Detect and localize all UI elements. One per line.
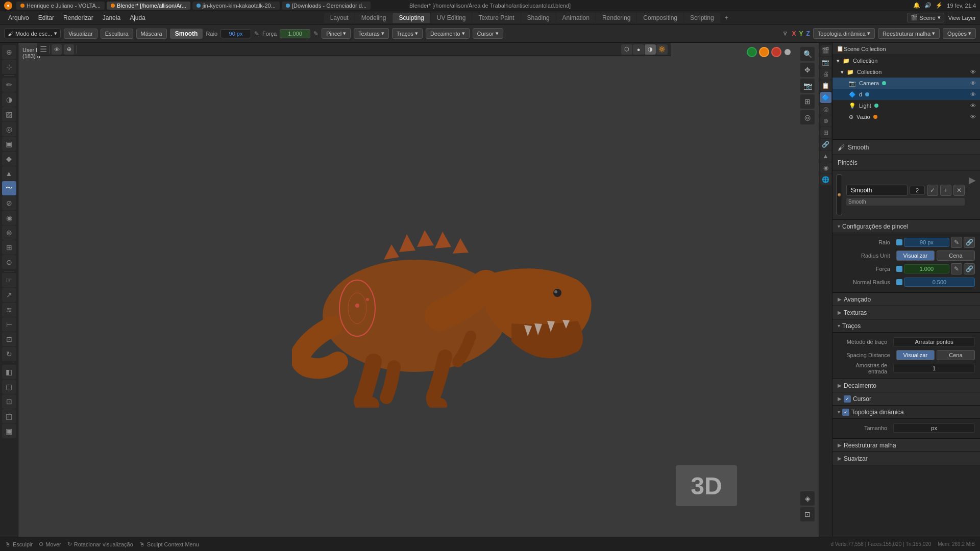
topologia-header[interactable]: ▾ ✓ Topologia dinâmica xyxy=(832,406,980,419)
mascara-btn[interactable]: Máscara xyxy=(136,29,167,39)
tool-box-mask[interactable]: ▢ xyxy=(2,380,16,394)
tab-rendering[interactable]: Rendering xyxy=(596,13,636,23)
tool-grab[interactable]: ☞ xyxy=(2,273,16,287)
cursor-checkbox[interactable]: ✓ xyxy=(844,395,851,403)
tab-texture-paint[interactable]: Texture Paint xyxy=(472,13,520,23)
tab-uv-editing[interactable]: UV Editing xyxy=(431,13,472,23)
tab-compositing[interactable]: Compositing xyxy=(637,13,683,23)
add-workspace-tab[interactable]: + xyxy=(721,13,732,23)
taskbar-item-3[interactable]: [Downloads - Gerenciador d... xyxy=(282,2,371,10)
visibility-light[interactable]: 👁 xyxy=(970,103,976,109)
zoom-in-btn[interactable]: 🔍 xyxy=(800,47,815,61)
material-icon-btn[interactable]: ◉ xyxy=(820,162,831,173)
menu-arquivo[interactable]: Arquivo xyxy=(4,13,33,22)
avancado-header[interactable]: ▶ Avançado xyxy=(832,293,980,306)
strength-link-btn[interactable]: 🔗 xyxy=(964,263,975,274)
view-layer-selector[interactable]: View Layer xyxy=(948,15,976,21)
axis-x-btn[interactable]: X xyxy=(792,30,796,37)
blender-logo[interactable]: ● xyxy=(4,2,12,10)
tool-nudge[interactable]: ⊡ xyxy=(2,332,16,346)
overlay-btn[interactable]: ◎ xyxy=(800,110,815,124)
tool-fill[interactable]: ◉ xyxy=(2,211,16,225)
falloff-dropdown[interactable]: Decaimento ▾ xyxy=(426,28,470,39)
tool-mask[interactable]: ◧ xyxy=(2,365,16,379)
suavizar-header[interactable]: ▶ Suavizar xyxy=(832,452,980,465)
escultura-btn[interactable]: Escultura xyxy=(101,29,133,39)
tool-thumb[interactable]: ≋ xyxy=(2,303,16,317)
menu-editar[interactable]: Editar xyxy=(34,13,58,22)
tool-cursor[interactable]: ⊹ xyxy=(2,60,16,74)
brush-name-input[interactable]: Smooth xyxy=(846,185,908,196)
output-icon-btn[interactable]: 🖨 xyxy=(820,68,831,80)
outliner-item-d[interactable]: 🔷 d 👁 xyxy=(832,89,980,100)
world-icon-btn[interactable]: 🌐 xyxy=(820,174,831,185)
viewport-menu-icon[interactable]: ☰ xyxy=(40,44,47,54)
wireframe-btn[interactable]: ⬡ xyxy=(621,44,632,55)
normal-radius-swatch[interactable] xyxy=(896,279,902,285)
brush-new-btn[interactable]: + xyxy=(940,185,951,196)
reestruturar-header[interactable]: ▶ Reestruturar malha xyxy=(832,439,980,452)
remesh-dropdown[interactable]: Reestruturar malha ▾ xyxy=(878,28,940,39)
tab-sculpting[interactable]: Sculpting xyxy=(393,13,430,23)
scene-props-icon-btn[interactable]: 🔷 xyxy=(820,92,831,103)
visualizar-btn[interactable]: Visualizar xyxy=(64,29,97,39)
trace-method-value[interactable]: Arrastar pontos xyxy=(893,337,975,346)
visibility-toggle[interactable]: 👁 xyxy=(970,69,976,75)
axis-y-btn[interactable]: Y xyxy=(799,30,803,37)
tool-snake-hook[interactable]: ↗ xyxy=(2,288,16,302)
texturas-header[interactable]: ▶ Texturas xyxy=(832,306,980,319)
view-btn-2[interactable]: ⊡ xyxy=(800,507,815,521)
radius-unit-view-btn[interactable]: Visualizar xyxy=(896,251,935,261)
mode-selector[interactable]: 🖌 Modo de esc... ▾ xyxy=(4,29,61,38)
outliner-item-vazio[interactable]: ⊕ Vazio 👁 xyxy=(832,111,980,122)
normal-radius-value[interactable]: 0.500 xyxy=(904,278,975,287)
radius-unit-scene-btn[interactable]: Cena xyxy=(937,251,975,261)
pincel-dropdown[interactable]: Pincel ▾ xyxy=(322,28,351,39)
tracos-header[interactable]: ▾ Traços xyxy=(832,319,980,333)
visibility-camera[interactable]: 👁 xyxy=(970,80,976,86)
tool-pinch[interactable]: ⊜ xyxy=(2,255,16,269)
taskbar-item-0[interactable]: Henrique e Juliano - VOLTA... xyxy=(16,2,105,10)
viewport[interactable]: User Perspective (183) d xyxy=(18,43,819,537)
brush-users[interactable]: 2 xyxy=(910,186,925,195)
radius-value-field[interactable]: 90 px xyxy=(904,238,949,247)
object-icon-btn[interactable]: ◎ xyxy=(820,104,831,115)
cursor-dropdown[interactable]: Cursor ▾ xyxy=(473,28,503,39)
gizmo-z[interactable] xyxy=(771,47,781,57)
tool-crease[interactable]: ▲ xyxy=(2,166,16,181)
brush-settings-header[interactable]: ▾ Configurações de pincel xyxy=(832,220,980,233)
tool-pose[interactable]: ⊢ xyxy=(2,317,16,332)
visibility-d[interactable]: 👁 xyxy=(970,91,976,97)
pan-btn[interactable]: ✥ xyxy=(800,63,815,77)
radius-edit-btn[interactable]: ✎ xyxy=(951,237,962,248)
tab-layout[interactable]: Layout xyxy=(324,13,355,23)
data-icon-btn[interactable]: ▲ xyxy=(820,151,831,162)
outliner-item-collection[interactable]: ▾ 📁 Collection 👁 xyxy=(832,66,980,78)
radius-link-btn[interactable]: 🔗 xyxy=(964,237,975,248)
brush-options-btn[interactable]: ▶ xyxy=(969,174,976,186)
tab-animation[interactable]: Animation xyxy=(556,13,596,23)
tool-flatten[interactable]: ⊘ xyxy=(2,196,16,210)
tool-smooth[interactable]: 〜 xyxy=(2,181,16,195)
render-btn[interactable]: 🔆 xyxy=(656,44,668,55)
taskbar-item-2[interactable]: jin-kyeom-kim-kakaotalk-20... xyxy=(192,2,280,10)
taskbar-item-1[interactable]: Blender* [/home/allison/Ar... xyxy=(107,2,190,10)
menu-janela[interactable]: Janela xyxy=(99,13,125,22)
radius-input[interactable]: 90 px xyxy=(220,29,251,38)
select-icon[interactable]: ⊕ xyxy=(64,44,74,55)
looksdev-btn[interactable]: ◑ xyxy=(645,44,656,55)
strength-color-swatch[interactable] xyxy=(896,266,902,272)
tool-clay-thumb[interactable]: ◎ xyxy=(2,122,16,136)
menu-ajuda[interactable]: Ajuda xyxy=(126,13,150,22)
scene-selector[interactable]: 🎬 Scene ▾ xyxy=(907,13,944,22)
tool-multiplane[interactable]: ⊞ xyxy=(2,240,16,255)
strokes-dropdown[interactable]: Traços ▾ xyxy=(392,28,423,39)
axis-z-btn[interactable]: Z xyxy=(806,30,810,37)
grid-btn[interactable]: ⊞ xyxy=(800,94,815,109)
scene-icon-btn[interactable]: 🎬 xyxy=(820,45,831,56)
strength-value-field[interactable]: 1.000 xyxy=(904,264,949,273)
options-dropdown[interactable]: Opções ▾ xyxy=(943,28,976,39)
outliner-item-scene-collection[interactable]: ▾ 📁 Collection xyxy=(832,55,980,66)
radius-color-swatch[interactable] xyxy=(896,239,902,245)
spacing-view-btn[interactable]: Visualizar xyxy=(896,350,935,360)
